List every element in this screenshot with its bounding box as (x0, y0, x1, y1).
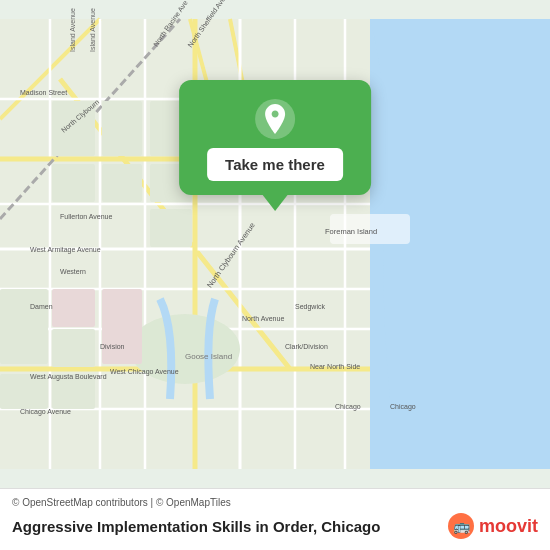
svg-text:Near North Side: Near North Side (310, 363, 360, 370)
svg-text:Clark/Division: Clark/Division (285, 343, 328, 350)
app: Madison Street North Clybourn Fullerton … (0, 0, 550, 550)
svg-rect-30 (52, 289, 95, 327)
svg-text:Chicago Avenue: Chicago Avenue (20, 408, 71, 416)
svg-text:Foreman Island: Foreman Island (325, 227, 377, 236)
svg-text:West Augusta Boulevard: West Augusta Boulevard (30, 373, 107, 381)
svg-rect-36 (0, 289, 48, 364)
svg-text:Damen: Damen (30, 303, 53, 310)
svg-text:Goose Island: Goose Island (185, 352, 232, 361)
bottom-row: Aggressive Implementation Skills in Orde… (12, 512, 538, 540)
take-me-there-button[interactable]: Take me there (207, 148, 343, 181)
svg-text:Chicago: Chicago (335, 403, 361, 411)
svg-text:West Armitage Avenue: West Armitage Avenue (30, 246, 101, 254)
bottom-bar: © OpenStreetMap contributors | © OpenMap… (0, 488, 550, 550)
svg-rect-31 (102, 101, 142, 156)
svg-text:Chicago: Chicago (390, 403, 416, 411)
map-area: Madison Street North Clybourn Fullerton … (0, 0, 550, 488)
svg-text:Division: Division (100, 343, 125, 350)
svg-text:Madison Street: Madison Street (20, 89, 67, 96)
svg-text:Fullerton Avenue: Fullerton Avenue (60, 213, 113, 220)
svg-text:West Chicago Avenue: West Chicago Avenue (110, 368, 179, 376)
svg-text:🚌: 🚌 (452, 518, 470, 535)
popup-card: Take me there (179, 80, 371, 195)
svg-rect-38 (102, 289, 142, 364)
location-title: Aggressive Implementation Skills in Orde… (12, 518, 380, 535)
svg-text:Sedgwick: Sedgwick (295, 303, 325, 311)
svg-text:Island Avenue: Island Avenue (69, 8, 76, 52)
svg-rect-32 (102, 164, 142, 202)
map-attribution: © OpenStreetMap contributors | © OpenMap… (12, 497, 538, 508)
svg-text:North Avenue: North Avenue (242, 315, 284, 322)
svg-rect-35 (150, 209, 192, 247)
svg-rect-29 (52, 164, 95, 202)
location-pin-icon (254, 98, 296, 140)
moovit-label: moovit (479, 516, 538, 537)
svg-text:Western: Western (60, 268, 86, 275)
svg-rect-37 (52, 329, 95, 367)
svg-text:Island Avenue: Island Avenue (89, 8, 96, 52)
moovit-logo: 🚌 moovit (447, 512, 538, 540)
moovit-bus-icon: 🚌 (447, 512, 475, 540)
